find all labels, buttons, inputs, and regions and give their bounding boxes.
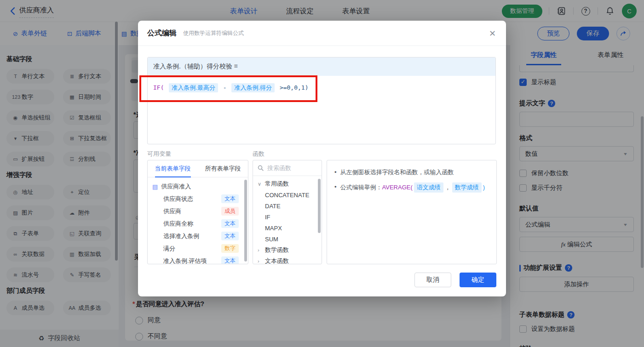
variable-row-选择准入条例[interactable]: 选择准入条例文本 [152,230,243,242]
functions-scrollbar[interactable] [318,179,321,233]
variable-name: 选择准入条例 [163,232,199,240]
function-item-DATE[interactable]: DATE [258,200,322,211]
formula-target: 准入条例.（辅助）得分校验 = [148,57,495,76]
variable-row-供应商[interactable]: 供应商成员 [152,205,243,217]
close-icon[interactable]: ✕ [489,28,496,39]
help-line: •从左侧面板选择字段名和函数，或输入函数 [334,168,489,177]
caret-right-icon: › [258,258,262,264]
variable-row-准入条例.评估项[interactable]: 准入条例.评估项文本 [152,255,243,264]
variable-name: 供应商 [163,207,181,216]
variables-tab-当前表单字段[interactable]: 当前表单字段 [148,160,198,177]
variable-tree-root[interactable]: ▤ 供应商准入 [152,181,243,193]
functions-panel: ∨常用函数CONCATENATEDATEIFMAPXSUM›数学函数›文本函数 [253,160,322,264]
variable-name: 供应商全称 [163,220,193,228]
caret-right-icon: › [258,247,262,253]
variable-name: 准入条例.评估项 [163,257,207,265]
form-doc-icon: ▤ [152,183,158,190]
variables-scrollbar[interactable] [244,180,247,262]
type-badge: 文本 [221,232,239,240]
variables-label: 可用变量 [147,150,171,158]
functions-label: 函数 [253,150,264,158]
cancel-button[interactable]: 取消 [414,273,451,287]
variables-tabs: 当前表单字段所有表单字段 [148,160,248,177]
type-badge: 成员 [221,207,239,216]
example-chip: 语文成绩 [414,182,443,193]
function-group-文本函数[interactable]: ›文本函数 [258,256,322,264]
variable-row-供应商状态[interactable]: 供应商状态文本 [152,193,243,205]
annotation-red-box [139,75,317,102]
modal-header: 公式编辑 使用数学运算符编辑公式 [138,21,506,46]
caret-down-icon: ∨ [258,181,262,187]
variables-panel: 当前表单字段所有表单字段 ▤ 供应商准入 供应商状态文本供应商成员供应商全称文本… [147,160,248,264]
variable-name: 供应商状态 [163,195,193,203]
type-badge: 文本 [221,194,239,203]
function-group-label: 数学函数 [265,246,289,254]
variables-tab-所有表单字段[interactable]: 所有表单字段 [198,160,248,177]
variable-row-满分[interactable]: 满分数字 [152,242,243,255]
help-example-line: • 公式编辑举例：AVERAGE(语文成绩，数学成绩) [334,182,489,193]
app-window: 供应商准入 表单设计流程设定表单设置 数据管理 ? C ⊘表单外链⊡后端脚本▤数… [0,0,644,347]
function-group-常用函数[interactable]: ∨常用函数 [258,178,322,189]
function-group-label: 常用函数 [265,180,289,188]
formula-help-panel: •从左侧面板选择字段名和函数，或输入函数 • 公式编辑举例：AVERAGE(语文… [327,160,497,264]
search-icon [258,165,264,171]
example-function: AVERAGE( [382,184,413,191]
function-group-label: 文本函数 [265,257,289,264]
function-item-SUM[interactable]: SUM [258,233,322,245]
modal-title: 公式编辑 [147,28,177,38]
function-group-数学函数[interactable]: ›数学函数 [258,245,322,256]
function-search[interactable] [253,160,322,176]
modal-subtitle: 使用数学运算符编辑公式 [183,29,244,37]
type-badge: 数字 [221,244,239,253]
example-chip: 数学成绩 [452,182,482,193]
type-badge: 文本 [221,219,239,228]
function-item-IF[interactable]: IF [258,211,322,222]
variable-row-供应商全称[interactable]: 供应商全称文本 [152,217,243,230]
function-item-MAPX[interactable]: MAPX [258,222,322,233]
formula-edit-modal: 公式编辑 使用数学运算符编辑公式 ✕ 准入条例.（辅助）得分校验 = IF( 准… [138,21,506,296]
type-badge: 文本 [221,256,239,264]
variable-name: 满分 [163,245,175,253]
function-search-input[interactable] [267,165,313,171]
confirm-button[interactable]: 确定 [460,273,496,287]
function-item-CONCATENATE[interactable]: CONCATENATE [258,189,322,200]
